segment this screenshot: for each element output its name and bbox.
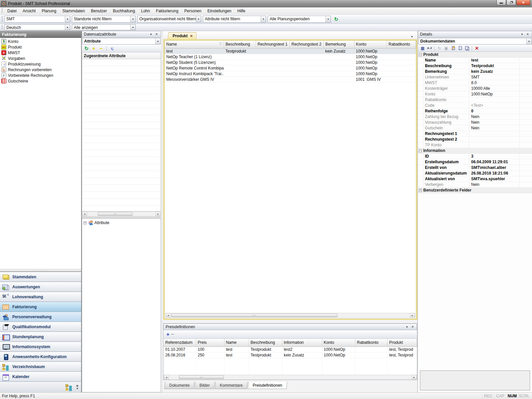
property-value[interactable]	[469, 131, 520, 136]
document-icon[interactable]	[457, 45, 464, 51]
bottom-tab-preisdefinitionen[interactable]: Preisdefinitionen	[248, 382, 287, 389]
chevron-down-icon[interactable]: ▾	[65, 25, 70, 30]
scroll-right-icon[interactable]: ▸	[412, 375, 417, 379]
panel-menu-icon[interactable]: ▾	[149, 33, 153, 36]
nav-item-informationssystem[interactable]: Informationssystem	[0, 341, 81, 351]
configure-buttons-chevron[interactable]: »▾	[76, 384, 78, 390]
chevron-down-icon[interactable]: ▾	[326, 16, 331, 22]
sidebar-item-mwst[interactable]: +MWST	[0, 50, 81, 56]
chevron-down-icon[interactable]: ▾	[155, 38, 160, 44]
assigned-attributes-header[interactable]: Zugeordnete Attribute	[82, 53, 161, 59]
org-chart-icon[interactable]	[65, 384, 73, 390]
column-header-preis[interactable]: Preis	[196, 339, 224, 346]
scroll-left-icon[interactable]: ◂	[166, 313, 171, 318]
attributes-tree-root[interactable]: + Attribute	[83, 220, 159, 225]
sidebar-item-produkt[interactable]: SMTProdukt	[0, 44, 81, 50]
chevron-down-icon[interactable]: ▾	[65, 16, 70, 22]
column-header-rechnungstext-1[interactable]: Rechnungstext 1	[256, 41, 290, 48]
product-row[interactable]: Messvorverstärker GMS IV1001 :GMS IV	[165, 76, 416, 82]
sidebar-item-vorgaben[interactable]: Vorgaben	[0, 56, 81, 61]
menu-item-datei[interactable]: Datei	[4, 8, 20, 14]
scroll-right-icon[interactable]: ▸	[410, 313, 415, 318]
column-header-bemerkung[interactable]: Bemerkung	[324, 41, 354, 48]
property-value[interactable]: test	[469, 58, 520, 63]
collapse-icon[interactable]: −	[419, 53, 422, 56]
sidebar-splitter[interactable]: ..........	[0, 269, 81, 272]
property-value[interactable]: 3	[469, 154, 520, 159]
collapse-icon[interactable]: −	[419, 149, 422, 152]
scrollbar-thumb[interactable]	[98, 212, 133, 216]
product-row[interactable]: NetOp Teacher (1 Lizenz)1000:NetOp	[165, 54, 416, 60]
remove-icon[interactable]: −	[98, 45, 104, 52]
attributes-combo[interactable]: Attribute ▾	[82, 38, 161, 45]
scrollbar-track[interactable]	[171, 313, 410, 318]
property-value[interactable]: Testprodukt	[469, 63, 520, 68]
price-row[interactable]: 26.08.2016250testTestproduktkein Zusatz1…	[164, 352, 417, 358]
filter-combo-smt[interactable]: SMT▾	[4, 16, 70, 23]
menu-item-planung[interactable]: Planung	[39, 8, 59, 14]
chevron-down-icon[interactable]: ▾	[196, 16, 201, 22]
sidebar-item-gutscheine[interactable]: Gutscheine	[0, 78, 81, 84]
restore-button[interactable]	[506, 0, 516, 5]
tab-list-chevron-icon[interactable]: ▾	[411, 35, 413, 38]
sort-az-icon[interactable]: A↓Z	[426, 45, 433, 51]
property-value[interactable]: Nein	[469, 125, 520, 131]
nav-item-verzeichnisbaum[interactable]: Verzeichnisbaum	[0, 361, 81, 371]
property-value[interactable]: 06.04.2009 11:29:01	[469, 159, 520, 165]
menu-item-buchhaltung[interactable]: Buchhaltung	[110, 8, 138, 14]
sidebar-item-produktzuweisung[interactable]: →Produktzuweisung	[0, 61, 81, 67]
property-value[interactable]: 26.08.2016 18:21:06	[469, 171, 520, 176]
chevron-down-icon[interactable]: ▾	[526, 38, 531, 44]
copy-document-icon[interactable]	[464, 45, 470, 51]
add-icon[interactable]: +	[166, 331, 170, 338]
property-section-produkt[interactable]: −Produkt	[418, 52, 532, 58]
property-value[interactable]: SMT\michael.alber	[469, 165, 520, 170]
product-hscrollbar[interactable]: ◂ ▸	[165, 313, 415, 318]
nav-item-anwesenheits-konfiguration[interactable]: Anwesenheits-Konfiguration	[0, 351, 81, 361]
column-header-rabattkonto[interactable]: Rabattkonto	[387, 41, 416, 48]
delete-icon[interactable]: ✕	[473, 45, 480, 51]
property-value[interactable]: <Text>	[469, 103, 520, 108]
expand-icon[interactable]: +	[83, 221, 86, 224]
price-row[interactable]: 01.10.2007100testTestprodukttest21000:Ne…	[164, 346, 417, 352]
filter-combo-alle-planungsperioden[interactable]: Alle Planungsperioden▾	[268, 16, 331, 23]
product-row[interactable]: NetOp Instruct Kombipack 'Trai...1000:Ne…	[165, 71, 416, 76]
save-icon[interactable]: ▣	[443, 45, 450, 51]
refresh-icon[interactable]: ↻	[83, 45, 90, 52]
menu-item-hilfe[interactable]: Hilfe	[234, 8, 248, 14]
nav-item-kalender[interactable]: Kalender	[0, 371, 81, 381]
bottom-tab-dokumente[interactable]: Dokumente	[164, 382, 195, 389]
panel-menu-icon[interactable]: ▾	[520, 33, 524, 36]
column-header-name[interactable]: Name▽	[165, 41, 224, 48]
details-combo[interactable]: Dokumentendaten ▾	[418, 38, 532, 45]
tab-produkt[interactable]: Produkt ✕	[168, 32, 197, 39]
menu-item-benutzer[interactable]: Benutzer	[88, 8, 110, 14]
column-header-konto[interactable]: Konto	[322, 339, 355, 346]
column-header-konto[interactable]: Konto	[354, 41, 387, 48]
menu-item-fakturierung[interactable]: Fakturierung	[153, 8, 181, 14]
panel-close-icon[interactable]: ✕	[410, 325, 415, 329]
price-hscrollbar[interactable]: ◂ ▸	[164, 375, 417, 380]
edit-icon[interactable]	[450, 45, 457, 51]
product-row[interactable]: testTestproduktkein Zusatz1000:NetOp	[165, 48, 416, 54]
product-row[interactable]: NetOp Student (5 Lizenzen)1000:NetOp	[165, 60, 416, 65]
property-value[interactable]: 10000:Alle	[469, 86, 520, 91]
nav-item-auswertungen[interactable]: Auswertungen	[0, 282, 81, 292]
menu-item-lohn[interactable]: Lohn	[138, 8, 153, 14]
filter-combo-organisationseinheit-nicht-filtern[interactable]: Organisationseinheit nicht filtern▾	[137, 16, 201, 23]
chevron-down-icon[interactable]: ▾	[130, 16, 135, 22]
property-value[interactable]: Nein	[469, 120, 520, 125]
minimize-button[interactable]: ▬	[496, 0, 506, 5]
refresh-button[interactable]: ↻	[332, 16, 340, 23]
property-value[interactable]: 8.0	[469, 80, 520, 85]
toolbar-grip[interactable]	[1, 25, 3, 30]
property-value[interactable]	[469, 142, 520, 148]
nav-item-stundenplanung[interactable]: Stundenplanung	[0, 332, 81, 341]
combo-alle-anzeigen[interactable]: Alle anzeigen▾	[72, 24, 136, 30]
nav-item-qualifikationsmodul[interactable]: Qualifikationsmodul	[0, 322, 81, 332]
tab-close-icon[interactable]: ✕	[190, 34, 193, 38]
scroll-left-icon[interactable]: ◂	[82, 212, 87, 216]
panel-close-icon[interactable]: ✕	[525, 33, 530, 36]
column-header-rabattkonto[interactable]: Rabattkonto	[355, 339, 387, 346]
property-section-information[interactable]: −Information	[418, 148, 532, 154]
